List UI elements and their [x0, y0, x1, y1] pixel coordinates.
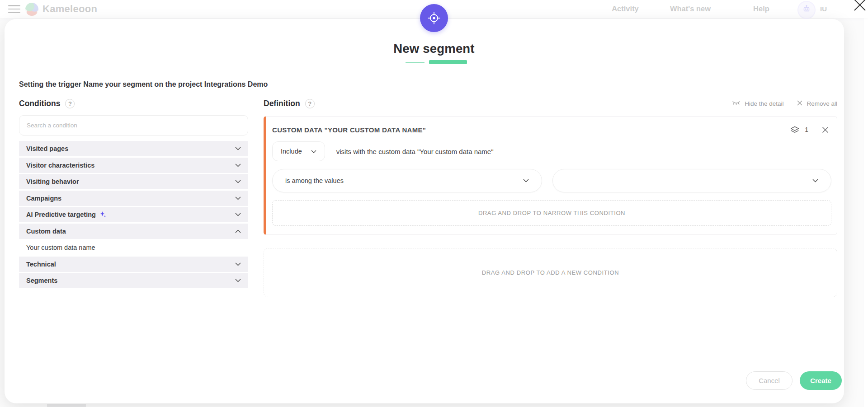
condition-card: CUSTOM DATA "YOUR CUSTOM DATA NAME" 1 In… — [264, 116, 837, 235]
chevron-down-icon — [235, 180, 241, 183]
modal-close-icon[interactable] — [852, 0, 868, 15]
hide-detail-button[interactable]: Hide the detail — [732, 100, 783, 107]
ai-sparkle-icon — [100, 211, 106, 218]
chevron-down-icon — [812, 179, 818, 182]
cancel-button[interactable]: Cancel — [746, 371, 793, 390]
chevron-down-icon — [235, 279, 241, 282]
category-visiting-behavior[interactable]: Visiting behavior — [19, 174, 248, 189]
segment-target-icon — [420, 4, 448, 32]
chevron-down-icon — [235, 147, 241, 150]
condition-search — [19, 115, 248, 136]
condition-card-title: CUSTOM DATA "YOUR CUSTOM DATA NAME" — [272, 126, 426, 134]
definition-header: Definition ? Hide the detail Remove all — [264, 99, 837, 108]
title-underline-bar — [429, 60, 467, 64]
category-custom-data[interactable]: Custom data — [19, 224, 248, 239]
include-exclude-select[interactable]: Include — [272, 141, 325, 161]
conditions-heading: Conditions — [19, 99, 60, 108]
condition-remove-icon[interactable] — [822, 126, 829, 133]
chevron-down-icon — [235, 262, 241, 266]
condition-description: visits with the custom data "Your custom… — [336, 148, 494, 155]
conditions-help-icon[interactable]: ? — [65, 99, 75, 108]
definition-help-icon[interactable]: ? — [305, 99, 315, 108]
condition-your-custom-data-name[interactable]: Your custom data name — [19, 240, 248, 255]
values-select[interactable] — [552, 169, 831, 192]
remove-all-button[interactable]: Remove all — [797, 100, 837, 107]
screen: Kameleoon Activity What's new Help IU — [0, 0, 868, 407]
title-underline-thin — [406, 62, 425, 63]
narrow-condition-dropzone[interactable]: DRAG AND DROP TO NARROW THIS CONDITION — [272, 200, 831, 226]
add-condition-dropzone[interactable]: DRAG AND DROP TO ADD A NEW CONDITION — [264, 248, 837, 297]
conditions-header: Conditions ? — [19, 99, 75, 108]
category-ai-predictive-targeting[interactable]: AI Predictive targeting — [19, 207, 248, 222]
closed-eye-icon — [732, 100, 741, 107]
chevron-down-icon — [235, 164, 241, 167]
cross-icon — [797, 100, 802, 107]
operator-select[interactable]: is among the values — [272, 169, 542, 192]
definition-heading: Definition — [264, 99, 300, 108]
chevron-down-icon — [311, 150, 316, 153]
category-visitor-characteristics[interactable]: Visitor characteristics — [19, 158, 248, 173]
wizard-context-line: Setting the trigger Name your segment on… — [19, 80, 268, 89]
category-segments[interactable]: Segments — [19, 273, 248, 288]
condition-search-input[interactable] — [19, 115, 248, 136]
chevron-down-icon — [235, 213, 241, 216]
category-visited-pages[interactable]: Visited pages — [19, 141, 248, 156]
chevron-down-icon — [523, 179, 529, 182]
layers-icon[interactable] — [790, 126, 799, 134]
category-campaigns[interactable]: Campaigns — [19, 191, 248, 206]
condition-categories-list: Visited pages Visitor characteristics Vi… — [19, 141, 248, 290]
chevron-up-icon — [235, 229, 241, 233]
category-technical[interactable]: Technical — [19, 257, 248, 272]
page-title: New segment — [393, 42, 474, 56]
chevron-down-icon — [235, 196, 241, 200]
layer-count: 1 — [805, 126, 808, 133]
create-button[interactable]: Create — [800, 371, 842, 390]
